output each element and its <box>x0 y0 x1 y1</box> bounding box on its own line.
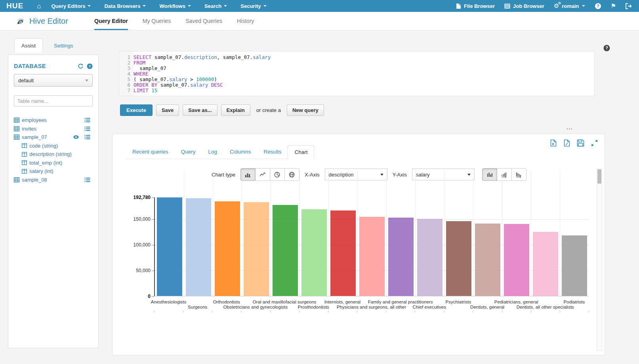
tab-recent-queries[interactable]: Recent queries <box>126 145 175 159</box>
tab-log[interactable]: Log <box>202 145 224 159</box>
sql-token: ( sample_07. <box>134 76 169 82</box>
tab-chart[interactable]: Chart <box>288 145 314 159</box>
refresh-icon[interactable] <box>78 63 84 69</box>
column-row-total-emp-int[interactable]: total_emp (int) <box>14 159 93 167</box>
export-actions <box>550 139 598 147</box>
column-icon <box>22 143 27 148</box>
y-tick-label: 150,000 <box>134 216 151 222</box>
code-text[interactable]: ORDER BY sample_07.salary DESC <box>134 82 223 88</box>
table-row-invites[interactable]: invites <box>14 125 93 133</box>
code-text[interactable]: LIMIT 15 <box>134 88 157 93</box>
save-results-icon[interactable] <box>577 139 584 147</box>
x-axis-select[interactable]: description <box>325 169 387 180</box>
sort-none-button[interactable] <box>482 168 497 181</box>
table-filter-input[interactable] <box>14 95 93 106</box>
line-number: 1 <box>119 55 134 60</box>
chart-type-pie-button[interactable] <box>270 168 285 181</box>
tab-assist[interactable]: Assist <box>14 38 43 53</box>
tab-my-queries[interactable]: My Queries <box>143 12 171 30</box>
home-icon[interactable]: ⌂ <box>37 3 41 9</box>
column-icon <box>22 160 27 165</box>
hue-logo[interactable]: HUE <box>6 2 23 10</box>
help-button[interactable]: ? <box>595 3 601 9</box>
hive-editor-home[interactable]: Hive Editor <box>16 16 80 26</box>
code-text[interactable]: SELECT sample_07.description, sample_07.… <box>134 55 271 60</box>
table-actions-icon[interactable] <box>84 118 90 123</box>
app-title: Hive Editor <box>29 17 68 26</box>
table-actions-icon[interactable] <box>84 177 90 182</box>
code-line: 7LIMIT 15 <box>119 88 594 93</box>
table-actions-icon[interactable] <box>84 126 90 131</box>
table-row-sample-08[interactable]: sample_08 <box>14 176 93 184</box>
download-csv-icon[interactable] <box>563 139 570 147</box>
vertical-gridline <box>502 171 502 296</box>
execute-button[interactable]: Execute <box>120 104 153 116</box>
y-tick-label: 100,000 <box>134 242 151 248</box>
column-row-salary-int[interactable]: salary (int) <box>14 167 93 176</box>
table-row-sample-07[interactable]: sample_07 <box>14 133 93 142</box>
download-excel-icon[interactable] <box>550 139 557 147</box>
new-query-button[interactable]: New query <box>287 104 324 116</box>
column-row-code-string[interactable]: code (string) <box>14 142 93 150</box>
x-tick-mark <box>560 311 560 313</box>
tab-query[interactable]: Query <box>175 145 202 159</box>
panel-resize-handle[interactable]: ... <box>567 124 573 131</box>
chart-type-line-button[interactable] <box>255 168 270 181</box>
x-tick-mark <box>589 311 589 313</box>
question-circle-icon: ? <box>603 45 610 51</box>
code-text[interactable]: FROM <box>134 60 145 66</box>
table-row-actions <box>84 126 93 131</box>
feedback-button[interactable]: ⚑ <box>611 2 616 9</box>
nav-workflows[interactable]: Workflows <box>159 3 191 9</box>
x-tick-label: Orthodontists <box>213 300 240 304</box>
chevron-down-icon <box>224 5 227 7</box>
code-text[interactable]: WHERE <box>134 71 149 77</box>
nav-query-editors[interactable]: Query Editors <box>51 3 91 9</box>
x-tick-mark <box>531 311 531 313</box>
sign-out-button[interactable] <box>626 3 632 9</box>
save-button[interactable]: Save <box>156 104 179 116</box>
help-circle-icon[interactable]: ? <box>87 63 93 69</box>
bars-icon <box>487 172 492 177</box>
database-select[interactable]: default <box>14 74 93 87</box>
x-tick-mark <box>241 311 241 313</box>
job-browser-button[interactable]: Job Browser <box>504 3 544 9</box>
editor-tabs: Query Editor My Queries Saved Queries Hi… <box>94 12 254 30</box>
x-axis-ticks: AnesthesiologistsSurgeonsOrthodontistsOb… <box>154 296 589 314</box>
nav-search[interactable]: Search <box>204 3 227 9</box>
expand-icon[interactable] <box>591 139 598 147</box>
table-actions-icon[interactable] <box>84 135 90 140</box>
code-text[interactable]: ( sample_07.salary > 100000) <box>134 77 217 82</box>
nav-security[interactable]: Security <box>240 3 266 9</box>
tab-results[interactable]: Results <box>257 145 288 159</box>
chart-type-bars-button[interactable] <box>240 168 256 181</box>
sql-token: ) <box>214 76 217 82</box>
tab-saved-queries[interactable]: Saved Queries <box>185 12 222 30</box>
chart-type-map-button[interactable] <box>284 168 299 181</box>
preview-eye-icon[interactable] <box>73 135 79 139</box>
vertical-gridline <box>386 171 387 296</box>
tab-columns[interactable]: Columns <box>223 145 257 159</box>
file-browser-button[interactable]: File Browser <box>456 3 495 9</box>
line-number: 5 <box>119 77 134 82</box>
chart-scrollbar[interactable] <box>597 169 602 351</box>
code-line: 2FROM <box>119 60 594 66</box>
tab-query-editor[interactable]: Query Editor <box>94 12 128 30</box>
results-panel: Recent queriesQueryLogColumnsResultsChar… <box>112 134 605 355</box>
sort-asc-button[interactable] <box>497 168 512 181</box>
explain-button[interactable]: Explain <box>221 104 250 116</box>
column-row-description-string[interactable]: description (string) <box>14 150 93 159</box>
tab-settings[interactable]: Settings <box>43 39 73 53</box>
save-as-button[interactable]: Save as... <box>183 104 217 116</box>
editor-help-button[interactable]: ? <box>603 45 610 51</box>
scrollbar-thumb[interactable] <box>597 169 601 184</box>
bar-prosthodontists <box>301 209 327 296</box>
code-text[interactable]: sample_07 <box>134 66 166 71</box>
sql-editor[interactable]: 1SELECT sample_07.description, sample_07… <box>119 51 595 96</box>
sort-desc-button[interactable] <box>511 168 526 181</box>
y-axis-select[interactable]: salary <box>412 169 475 180</box>
tab-history[interactable]: History <box>237 12 254 30</box>
table-row-employees[interactable]: employees <box>14 116 93 125</box>
nav-data-browsers[interactable]: Data Browsers <box>104 3 146 9</box>
user-menu[interactable]: ⚙⚙ romain <box>554 2 585 9</box>
